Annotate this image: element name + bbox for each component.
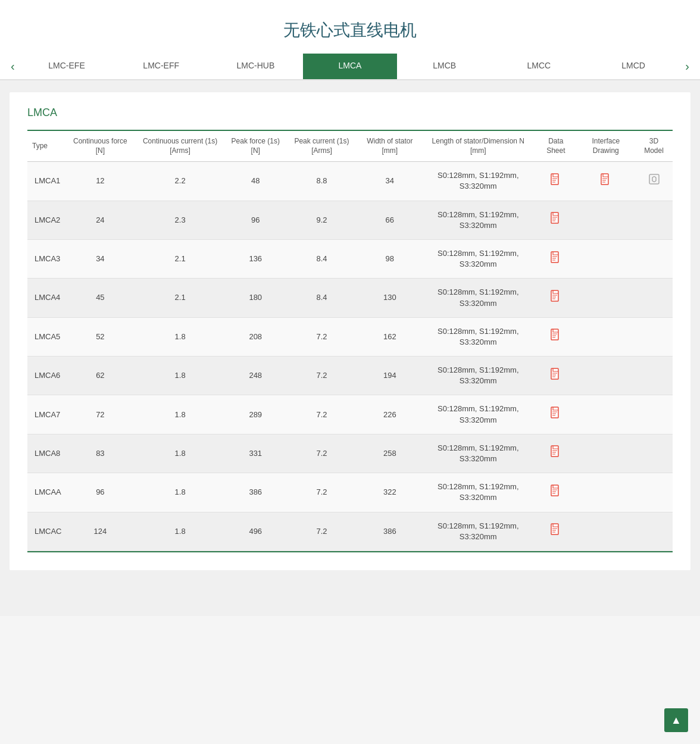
col-header-cont_current: Continuous current (1s) [Arms]: [134, 131, 226, 162]
tab-list: LMC-EFELMC-EFFLMC-HUBLMCALMCBLMCCLMCD: [20, 54, 681, 79]
tab-item-lmcb[interactable]: LMCB: [397, 54, 492, 79]
pdf-icon[interactable]: [551, 526, 561, 537]
table-row: LMCA1122.2488.834S0:128mm, S1:192mm, S3:…: [27, 162, 673, 201]
cell-3d-model: [635, 201, 673, 239]
cell-data-sheet[interactable]: [535, 162, 576, 201]
cell-type: LMCA2: [27, 201, 67, 239]
cell-interface-drawing[interactable]: [576, 162, 635, 201]
cell-3d-model: [635, 395, 673, 434]
tab-item-lmc-efe[interactable]: LMC-EFE: [20, 54, 114, 79]
cell-data-sheet[interactable]: [535, 473, 576, 512]
interface-pdf-icon[interactable]: [601, 176, 611, 187]
cell-type: LMCA3: [27, 239, 67, 278]
cell-3d-model: [635, 239, 673, 278]
cell-peak-force: 48: [226, 162, 285, 201]
cell-length-stator: S0:128mm, S1:192mm, S3:320mm: [421, 201, 535, 239]
cell-cont-current: 1.8: [134, 434, 226, 473]
col-header-width_stator: Width of stator [mm]: [358, 131, 421, 162]
cell-3d-model: [635, 434, 673, 473]
table-row: LMCAA961.83867.2322S0:128mm, S1:192mm, S…: [27, 473, 673, 512]
tab-item-lmc-hub[interactable]: LMC-HUB: [208, 54, 303, 79]
cell-cont-current: 1.8: [134, 357, 226, 395]
cell-cont-current: 2.3: [134, 201, 226, 239]
page-title: 无铁心式直线电机: [0, 0, 700, 54]
tab-next-arrow[interactable]: ›: [680, 54, 694, 79]
cell-3d-model[interactable]: [635, 162, 673, 201]
col-header-cont_force: Continuous force [N]: [67, 131, 135, 162]
pdf-icon[interactable]: [551, 409, 561, 421]
pdf-icon[interactable]: [551, 176, 561, 187]
pdf-icon[interactable]: [551, 487, 561, 499]
cell-length-stator: S0:128mm, S1:192mm, S3:320mm: [421, 512, 535, 551]
cell-type: LMCA1: [27, 162, 67, 201]
cell-length-stator: S0:128mm, S1:192mm, S3:320mm: [421, 357, 535, 395]
cell-length-stator: S0:128mm, S1:192mm, S3:320mm: [421, 162, 535, 201]
tab-item-lmcd[interactable]: LMCD: [586, 54, 681, 79]
cell-data-sheet[interactable]: [535, 395, 576, 434]
cell-peak-force: 180: [226, 279, 285, 317]
cell-data-sheet[interactable]: [535, 317, 576, 356]
tab-bar: ‹ LMC-EFELMC-EFFLMC-HUBLMCALMCBLMCCLMCD …: [0, 54, 700, 80]
cell-peak-force: 136: [226, 239, 285, 278]
cell-type: LMCAA: [27, 473, 67, 512]
svg-rect-7: [551, 368, 558, 379]
cell-type: LMCA6: [27, 357, 67, 395]
cell-peak-current: 8.4: [285, 239, 359, 278]
cell-width-stator: 34: [358, 162, 421, 201]
cell-type: LMCAC: [27, 512, 67, 551]
cell-peak-force: 496: [226, 512, 285, 551]
cell-peak-force: 289: [226, 395, 285, 434]
cell-data-sheet[interactable]: [535, 512, 576, 551]
pdf-icon[interactable]: [551, 214, 561, 226]
cell-data-sheet[interactable]: [535, 279, 576, 317]
pdf-icon[interactable]: [551, 370, 561, 382]
cell-length-stator: S0:128mm, S1:192mm, S3:320mm: [421, 279, 535, 317]
cell-peak-current: 7.2: [285, 317, 359, 356]
cell-peak-current: 7.2: [285, 473, 359, 512]
cell-width-stator: 226: [358, 395, 421, 434]
cell-peak-current: 8.4: [285, 279, 359, 317]
svg-rect-2: [649, 174, 659, 184]
col-header-type: Type: [27, 131, 67, 162]
cell-3d-model: [635, 473, 673, 512]
data-table: TypeContinuous force [N]Continuous curre…: [27, 131, 673, 551]
svg-rect-10: [551, 485, 558, 496]
table-row: LMCA8831.83317.2258S0:128mm, S1:192mm, S…: [27, 434, 673, 473]
svg-rect-0: [551, 174, 558, 185]
cell-cont-force: 52: [67, 317, 135, 356]
cell-interface-drawing: [576, 473, 635, 512]
cell-data-sheet[interactable]: [535, 434, 576, 473]
col-header-length_stator: Length of stator/Dimension N [mm]: [421, 131, 535, 162]
cell-data-sheet[interactable]: [535, 357, 576, 395]
3d-model-icon[interactable]: [648, 177, 660, 187]
cell-3d-model: [635, 357, 673, 395]
pdf-icon[interactable]: [551, 448, 561, 459]
pdf-icon[interactable]: [551, 254, 561, 265]
cell-interface-drawing: [576, 317, 635, 356]
svg-rect-6: [551, 329, 558, 340]
pdf-icon[interactable]: [551, 331, 561, 343]
tab-item-lmca[interactable]: LMCA: [303, 54, 398, 79]
cell-data-sheet[interactable]: [535, 201, 576, 239]
tab-prev-arrow[interactable]: ‹: [6, 54, 20, 79]
tab-item-lmc-eff[interactable]: LMC-EFF: [114, 54, 208, 79]
cell-cont-current: 1.8: [134, 317, 226, 356]
cell-cont-force: 72: [67, 395, 135, 434]
table-row: LMCA6621.82487.2194S0:128mm, S1:192mm, S…: [27, 357, 673, 395]
cell-data-sheet[interactable]: [535, 239, 576, 278]
cell-interface-drawing: [576, 357, 635, 395]
tab-item-lmcc[interactable]: LMCC: [492, 54, 586, 79]
cell-cont-force: 12: [67, 162, 135, 201]
cell-width-stator: 98: [358, 239, 421, 278]
cell-length-stator: S0:128mm, S1:192mm, S3:320mm: [421, 473, 535, 512]
cell-cont-current: 1.8: [134, 512, 226, 551]
cell-peak-current: 7.2: [285, 395, 359, 434]
cell-cont-current: 2.2: [134, 162, 226, 201]
svg-rect-4: [551, 252, 558, 262]
cell-interface-drawing: [576, 434, 635, 473]
svg-rect-11: [551, 524, 558, 534]
section-title: LMCA: [27, 107, 673, 119]
cell-width-stator: 322: [358, 473, 421, 512]
cell-peak-current: 8.8: [285, 162, 359, 201]
pdf-icon[interactable]: [551, 292, 561, 304]
